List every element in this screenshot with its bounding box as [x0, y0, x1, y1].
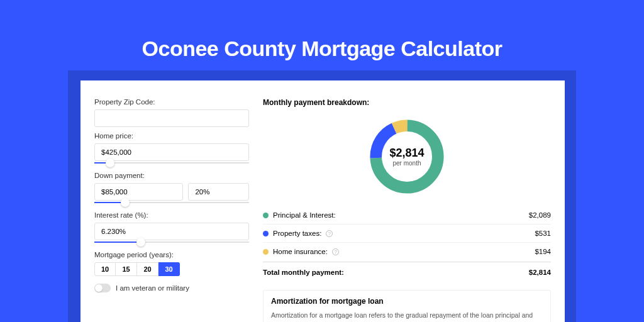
- total-row: Total monthly payment: $2,814: [263, 262, 551, 281]
- home-price-slider[interactable]: [94, 160, 249, 165]
- line-item-value: $2,089: [529, 211, 551, 219]
- line-item-value: $531: [535, 230, 551, 237]
- breakdown-title: Monthly payment breakdown:: [263, 98, 551, 107]
- period-label: Mortgage period (years):: [94, 251, 249, 258]
- down-payment-input[interactable]: [94, 183, 183, 201]
- breakdown-panel: Monthly payment breakdown: $2,814 per mo…: [263, 98, 551, 322]
- form-panel: Property Zip Code: Home price: Down paym…: [94, 98, 249, 322]
- period-button-10[interactable]: 10: [94, 262, 116, 276]
- donut-per-month-label: per month: [389, 160, 424, 167]
- veteran-toggle[interactable]: [94, 284, 111, 292]
- legend-dot-icon: [263, 213, 269, 218]
- slider-thumb-icon[interactable]: [106, 158, 114, 167]
- legend-dot-icon: [263, 231, 269, 236]
- slider-thumb-icon[interactable]: [136, 238, 145, 247]
- breakdown-line-item: Principal & Interest:$2,089: [263, 206, 551, 224]
- donut-chart: $2,814 per month: [263, 116, 551, 197]
- page-background: Oconee County Mortgage Calculator Proper…: [0, 0, 644, 322]
- period-button-20[interactable]: 20: [137, 262, 158, 276]
- slider-thumb-icon[interactable]: [121, 198, 130, 207]
- down-payment-label: Down payment:: [94, 172, 249, 179]
- period-button-30[interactable]: 30: [158, 262, 180, 276]
- amortization-text: Amortization for a mortgage loan refers …: [271, 311, 543, 322]
- toggle-knob-icon: [95, 284, 103, 292]
- zip-input[interactable]: [94, 109, 249, 127]
- calculator-card: Property Zip Code: Home price: Down paym…: [80, 80, 565, 322]
- breakdown-line-item: Home insurance:?$194: [263, 242, 551, 260]
- amortization-title: Amortization for mortgage loan: [271, 297, 543, 306]
- home-price-input[interactable]: [94, 143, 249, 161]
- down-payment-slider[interactable]: [94, 200, 249, 205]
- interest-rate-input[interactable]: [94, 223, 249, 240]
- interest-rate-slider[interactable]: [94, 240, 249, 245]
- total-label: Total monthly payment:: [263, 269, 344, 276]
- info-icon[interactable]: ?: [326, 230, 333, 237]
- amortization-section: Amortization for mortgage loan Amortizat…: [263, 290, 551, 322]
- info-icon[interactable]: ?: [332, 248, 339, 255]
- home-price-label: Home price:: [94, 132, 249, 140]
- line-item-label: Property taxes:: [273, 230, 321, 237]
- interest-rate-label: Interest rate (%):: [94, 211, 249, 219]
- period-button-15[interactable]: 15: [116, 262, 137, 276]
- donut-amount: $2,814: [389, 147, 424, 160]
- zip-label: Property Zip Code:: [94, 98, 249, 106]
- page-title: Oconee County Mortgage Calculator: [0, 0, 644, 61]
- total-value: $2,814: [529, 269, 551, 276]
- period-button-group: 10152030: [94, 262, 249, 276]
- breakdown-line-item: Property taxes:?$531: [263, 224, 551, 242]
- line-item-label: Home insurance:: [273, 248, 328, 255]
- line-item-value: $194: [535, 248, 551, 255]
- veteran-label: I am veteran or military: [116, 284, 189, 292]
- down-payment-pct-input[interactable]: [188, 183, 249, 201]
- line-item-label: Principal & Interest:: [273, 211, 336, 219]
- legend-dot-icon: [263, 249, 269, 255]
